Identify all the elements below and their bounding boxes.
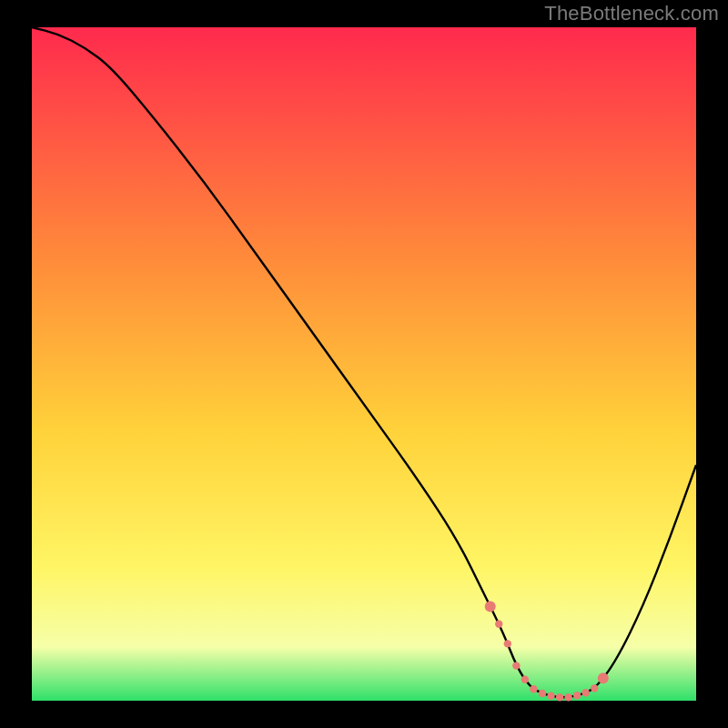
highlight-dot: [530, 685, 537, 693]
watermark-text: TheBottleneck.com: [544, 2, 719, 25]
highlight-dot: [495, 621, 502, 628]
highlight-dot: [512, 662, 520, 669]
highlight-dot: [504, 640, 511, 647]
chart-root: TheBottleneck.com: [0, 0, 728, 728]
highlight-dot: [591, 684, 598, 692]
highlight-dot: [598, 672, 609, 683]
highlight-dot: [521, 675, 529, 682]
highlight-dot: [539, 690, 546, 697]
highlight-dot: [556, 693, 563, 701]
highlight-dot: [547, 693, 554, 700]
gradient-background: [32, 27, 696, 701]
highlight-dot: [573, 692, 581, 699]
highlight-dot: [485, 601, 496, 612]
highlight-dot: [564, 693, 571, 701]
bottleneck-chart: [0, 0, 728, 728]
highlight-dot: [582, 689, 590, 696]
